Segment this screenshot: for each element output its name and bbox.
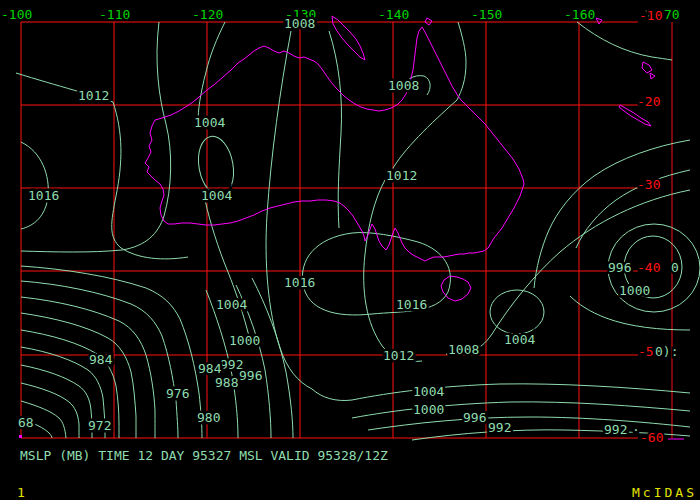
mcidas-logo-text: McIDAS (632, 485, 697, 500)
mcidas-display-window[interactable]: -100-110-120-130-140-150-16070-10-20-30-… (0, 0, 700, 500)
status-line: MSLP (MB) TIME 12 DAY 95327 MSL VALID 95… (20, 448, 388, 463)
frame-number: 1 (17, 485, 25, 500)
annotation-layer: MSLP (MB) TIME 12 DAY 95327 MSL VALID 95… (0, 0, 700, 500)
